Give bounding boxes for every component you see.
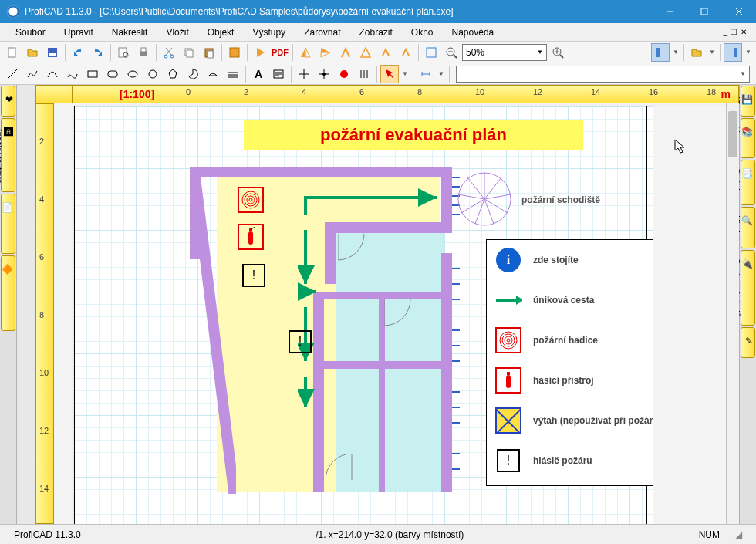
svg-point-62	[247, 196, 255, 204]
pdf-export-button[interactable]: PDF	[271, 43, 289, 62]
run-button[interactable]	[251, 43, 269, 62]
app-icon	[6, 5, 20, 19]
left-tab-znacky-graficky[interactable]: 🔶Značky graficky	[1, 255, 15, 331]
right-tab-kabely[interactable]: 🔌Správce kabelů	[741, 250, 755, 326]
doc-minimize-icon[interactable]: _	[723, 28, 727, 36]
doc-close-icon[interactable]: ✕	[741, 28, 747, 36]
transform1-button[interactable]	[376, 43, 395, 62]
toolbar-main: PDF 50%▼ ▼ ▼ ▼	[0, 42, 756, 63]
menu-zarovnat[interactable]: Zarovnat	[295, 25, 349, 40]
measure-dropdown[interactable]: ▼	[437, 65, 446, 83]
window-maximize-button[interactable]	[687, 0, 721, 23]
ruler-unit-label: m	[721, 88, 731, 100]
panel-toggle1-button[interactable]	[651, 43, 670, 62]
panel-toggle2-dropdown[interactable]: ▼	[744, 43, 753, 62]
draw-roundrect-button[interactable]	[103, 65, 122, 83]
undo-button[interactable]	[69, 43, 87, 62]
svg-point-40	[340, 70, 348, 78]
svg-line-74	[461, 199, 484, 213]
draw-circle-button[interactable]	[143, 65, 162, 83]
menu-soubor[interactable]: Soubor	[6, 25, 55, 40]
open-file-button[interactable]	[23, 43, 42, 62]
draw-polygon-button[interactable]	[164, 65, 182, 83]
right-tab-stranky[interactable]: 📑Stránky	[741, 160, 755, 205]
text-button[interactable]: A	[249, 65, 268, 83]
draw-polyline-button[interactable]	[23, 65, 42, 83]
drawing-canvas[interactable]: požární evakuační plán	[54, 103, 739, 524]
right-tab-vrstvy[interactable]: 📚Vrstvy	[741, 118, 755, 158]
draw-spline-button[interactable]	[63, 65, 82, 83]
left-tab-znacky-textove[interactable]: 🅰Značky textové	[1, 118, 15, 192]
svg-point-61	[245, 194, 257, 206]
menu-zobrazit[interactable]: Zobrazit	[349, 25, 401, 40]
right-tab-io[interactable]: 💾IO	[741, 86, 755, 117]
menu-okno[interactable]: Okno	[402, 25, 443, 40]
ruler-horizontal[interactable]: [1:100] 0 2 4 6 8 10 12 14 16 18 m	[73, 85, 739, 103]
draw-line-button[interactable]	[3, 65, 22, 83]
save-button[interactable]	[43, 43, 62, 62]
paste-button[interactable]	[200, 43, 218, 62]
draw-arc-button[interactable]	[43, 65, 62, 83]
toolbar-drawing: A ▼ ▼ ▼	[0, 63, 756, 85]
right-tab-more[interactable]: ✎	[741, 327, 755, 358]
menu-napoveda[interactable]: Nápověda	[443, 25, 504, 40]
plan-alarm-symbol-1: !	[242, 264, 265, 287]
draw-ellipse-button[interactable]	[123, 65, 142, 83]
workspace: ❤ 🅰Značky textové 📄Dokumenty 🔶Značky gra…	[0, 85, 756, 524]
panel-toggle1-dropdown[interactable]: ▼	[671, 43, 680, 62]
draw-rect-button[interactable]	[83, 65, 102, 83]
flip-v-button[interactable]	[316, 43, 335, 62]
folder-button[interactable]	[687, 43, 706, 62]
svg-point-32	[128, 71, 137, 77]
svg-rect-82	[506, 375, 511, 388]
legend-row-alarm: ! hlásič požáru	[487, 441, 670, 481]
left-tab-favorites[interactable]: ❤	[1, 86, 15, 117]
window-close-button[interactable]	[721, 0, 756, 23]
rotate-button[interactable]	[356, 43, 375, 62]
ruler-vertical[interactable]: 2 4 6 8 10 12 14	[35, 103, 54, 524]
transform2-button[interactable]	[397, 43, 415, 62]
print-button[interactable]	[134, 43, 153, 62]
zoom-window-button[interactable]	[422, 43, 440, 62]
draw-hatch-button[interactable]	[224, 65, 242, 83]
ruler-scale-label: [1:100]	[120, 88, 154, 100]
ruler-corner	[35, 85, 73, 103]
new-file-button[interactable]	[3, 43, 22, 62]
select-dropdown[interactable]: ▼	[400, 65, 410, 83]
menu-vystupy[interactable]: Výstupy	[243, 25, 295, 40]
menu-objekt[interactable]: Objekt	[198, 25, 244, 40]
text-block-button[interactable]	[269, 65, 288, 83]
settings-button[interactable]	[225, 43, 244, 62]
cut-button[interactable]	[160, 43, 178, 62]
svg-rect-30	[88, 71, 97, 77]
window-minimize-button[interactable]	[652, 0, 687, 23]
zoom-level-combo[interactable]: 50%▼	[462, 44, 547, 61]
menu-nakreslit[interactable]: Nakreslit	[103, 25, 157, 40]
right-tab-hledat[interactable]: 🔍Hledat	[741, 207, 755, 248]
mirror-button[interactable]	[336, 43, 355, 62]
dimension-button[interactable]	[295, 65, 313, 83]
junction-button[interactable]	[315, 65, 333, 83]
status-resize-grip-icon[interactable]: ◢	[727, 529, 750, 540]
redo-button[interactable]	[89, 43, 107, 62]
zoom-out-button[interactable]	[442, 43, 461, 62]
busbar-button[interactable]	[355, 65, 373, 83]
measure-button[interactable]	[417, 65, 435, 83]
draw-pie-button[interactable]	[184, 65, 202, 83]
select-button[interactable]	[380, 65, 399, 83]
zoom-in-button[interactable]	[548, 43, 567, 62]
print-preview-button[interactable]	[114, 43, 133, 62]
folder-dropdown[interactable]: ▼	[707, 43, 717, 62]
copy-button[interactable]	[180, 43, 198, 62]
menu-upravit[interactable]: Upravit	[55, 25, 103, 40]
panel-toggle2-button[interactable]	[724, 43, 742, 62]
doc-restore-icon[interactable]: ❐	[731, 28, 737, 36]
command-input[interactable]: ▼	[456, 66, 750, 83]
vertical-scrollbar[interactable]	[726, 103, 739, 524]
left-tab-dokumenty[interactable]: 📄Dokumenty	[1, 194, 15, 254]
draw-chord-button[interactable]	[204, 65, 222, 83]
menu-vlozit[interactable]: Vložit	[157, 25, 197, 40]
connector-button[interactable]	[335, 65, 353, 83]
flip-h-button[interactable]	[296, 43, 315, 62]
svg-point-39	[322, 73, 326, 76]
